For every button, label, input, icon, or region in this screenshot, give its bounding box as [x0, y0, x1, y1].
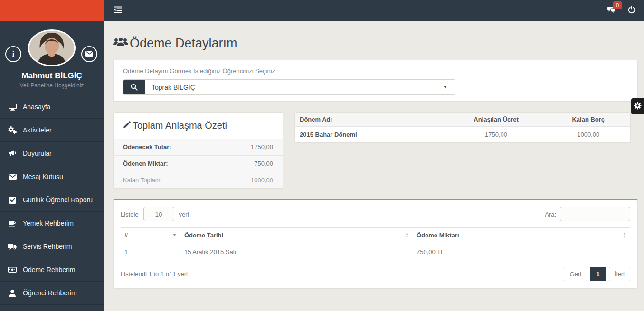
megaphone-icon — [7, 150, 18, 157]
payments-card: Listele veri Ara: # ▼ Ödeme — [113, 199, 638, 289]
messages-button[interactable]: 0 — [600, 0, 622, 21]
sidebar-item-label: Ödeme Rehberim — [23, 266, 76, 273]
sidebar-item-duyurular[interactable]: Duyurular — [0, 142, 104, 165]
page-length-label-after: veri — [179, 211, 189, 218]
sidebar-nav: Anasayfa — [0, 95, 104, 305]
pagination: Geri 1 İleri — [564, 267, 630, 281]
summary-label: Ödenecek Tutar: — [123, 143, 171, 151]
sidebar-item-aktiviteler[interactable]: Aktiviteler — [0, 119, 104, 142]
datatable-controls: Listele veri Ara: — [121, 207, 630, 221]
summary-row-kalan: Kalan Toplam: 1000,00 — [114, 172, 283, 188]
power-icon — [628, 6, 635, 16]
sidebar-item-yemek-rehberim[interactable]: Yemek Rehberim — [0, 212, 104, 235]
settings-tab-button[interactable] — [631, 98, 644, 114]
gears-icon — [7, 126, 18, 134]
payment-index-cell: 1 — [121, 243, 180, 261]
sidebar-item-mesaj-kutusu[interactable]: Mesaj Kutusu — [0, 165, 104, 188]
pagination-page-1-button[interactable]: 1 — [590, 267, 606, 281]
pagination-prev-button[interactable]: Geri — [564, 267, 587, 281]
payments-header-row: # ▼ Ödeme Tarihi ▲▼ Ödeme Miktarı — [121, 228, 630, 243]
chevron-down-icon: ▼ — [443, 85, 447, 89]
summary-value: 1750,00 — [251, 143, 273, 151]
topbar-actions: 0 — [600, 0, 641, 21]
app-window: 0 i — [0, 0, 644, 311]
profile-info-button[interactable]: i — [5, 46, 21, 62]
profile-message-button[interactable] — [81, 46, 97, 62]
period-col-donem-adi: Dönem Adı — [295, 113, 446, 127]
logo-block — [0, 0, 104, 21]
envelope-icon — [7, 174, 18, 180]
search-icon — [123, 80, 145, 94]
sidebar-item-label: Günlük Öğrenci Raporu — [23, 196, 93, 204]
summary-row-odenecek: Ödenecek Tutar: 1750,00 — [114, 139, 283, 155]
summary-label: Ödenen Miktar: — [123, 160, 168, 168]
period-table-card: Dönem Adı Anlaşılan Ücret Kalan Borç 201… — [294, 112, 631, 143]
student-select[interactable]: Toprak BİLGİÇ ▼ — [123, 79, 455, 95]
gear-icon — [634, 102, 642, 112]
table-info-text: Listelendi 1 to 1 of 1 veri — [121, 271, 188, 278]
agreement-summary-title: Toplam Anlaşma Özeti — [133, 120, 227, 131]
banknote-icon — [7, 267, 18, 273]
info-icon: i — [12, 50, 14, 58]
agreement-summary-card: Toplam Anlaşma Özeti Ödenecek Tutar: 175… — [113, 112, 283, 189]
users-group-icon — [113, 36, 130, 51]
sidebar-item-anasayfa[interactable]: Anasayfa — [0, 95, 104, 119]
student-select-label: Ödeme Detayını Görmek İstediğiniz Öğrenc… — [123, 67, 628, 75]
sidebar-item-servis-rehberim[interactable]: Servis Rehberim — [0, 235, 104, 258]
payment-date-cell: 15 Aralık 2015 Salı — [180, 243, 413, 261]
sidebar-item-label: Mesaj Kutusu — [23, 173, 63, 180]
check-square-icon — [7, 197, 18, 204]
period-table-header-row: Dönem Adı Anlaşılan Ücret Kalan Borç — [295, 113, 630, 127]
truck-icon — [7, 243, 18, 250]
payments-col-amount[interactable]: Ödeme Miktarı ▲▼ — [413, 228, 630, 243]
monitor-icon — [7, 104, 18, 111]
summary-row-odenen: Ödenen Miktar: 750,00 — [114, 155, 283, 172]
profile-subtitle: Veli Paneline Hoşgeldiniz — [0, 82, 104, 89]
student-select-value: Toprak BİLGİÇ — [145, 80, 455, 94]
page-length-input[interactable] — [143, 207, 174, 221]
sidebar-item-odeme-rehberim[interactable]: Ödeme Rehberim — [0, 258, 104, 282]
page-title: Ödeme Detaylarım — [113, 36, 638, 51]
sidebar-item-label: Öğrenci Rehberim — [23, 289, 77, 297]
avatar — [28, 29, 76, 66]
search-label: Ara: — [545, 211, 556, 218]
topbar: 0 — [0, 0, 644, 21]
pencil-icon — [123, 120, 133, 131]
sidebar-item-gunluk-ogrenci-raporu[interactable]: Günlük Öğrenci Raporu — [0, 188, 104, 212]
profile-name: Mahmut BİLGİÇ — [0, 71, 104, 81]
payments-col-num[interactable]: # ▼ — [121, 228, 180, 243]
sidebar-toggle-button[interactable] — [107, 0, 128, 21]
table-row: 1 15 Aralık 2015 Salı 750,00 TL — [121, 243, 630, 261]
sort-icon: ▲▼ — [405, 232, 409, 238]
summary-row: Toplam Anlaşma Özeti Ödenecek Tutar: 175… — [113, 112, 638, 189]
period-table: Dönem Adı Anlaşılan Ücret Kalan Borç 201… — [295, 113, 630, 142]
table-row: 2015 Bahar Dönemi 1750,00 1000,00 — [295, 127, 630, 143]
sidebar-item-label: Servis Rehberim — [23, 243, 72, 250]
payments-table: # ▼ Ödeme Tarihi ▲▼ Ödeme Miktarı — [121, 227, 630, 261]
remaining-debt-cell: 1000,00 — [546, 127, 630, 143]
sidebar-item-label: Duyurular — [23, 150, 52, 157]
sidebar: i Mahmut — [0, 21, 104, 311]
summary-label: Kalan Toplam: — [123, 176, 162, 185]
pagination-next-button[interactable]: İleri — [609, 267, 630, 281]
page-title-text: Ödeme Detaylarım — [130, 36, 237, 51]
search-wrap: Ara: — [545, 207, 630, 221]
table-search-input[interactable] — [560, 207, 630, 221]
sort-desc-icon: ▼ — [172, 233, 177, 237]
page-length-label-before: Listele — [121, 211, 139, 218]
summary-value: 1000,00 — [251, 176, 273, 185]
messages-count-badge: 0 — [613, 1, 622, 9]
logout-button[interactable] — [622, 0, 641, 21]
period-col-anlasilan-ucret: Anlaşılan Ücret — [446, 113, 547, 127]
user-icon — [7, 290, 18, 297]
sidebar-item-label: Yemek Rehberim — [23, 219, 74, 227]
payments-col-date[interactable]: Ödeme Tarihi ▲▼ — [180, 228, 413, 243]
sidebar-item-ogrenci-rehberim[interactable]: Öğrenci Rehberim — [0, 282, 104, 305]
summary-value: 750,00 — [254, 160, 273, 168]
datatable-footer: Listelendi 1 to 1 of 1 veri Geri 1 İleri — [121, 267, 630, 281]
sidebar-item-label: Anasayfa — [23, 103, 50, 111]
payment-amount-cell: 750,00 TL — [413, 243, 630, 261]
sort-icon: ▲▼ — [623, 232, 626, 238]
sidebar-item-label: Aktiviteler — [23, 126, 52, 134]
outdent-icon — [114, 6, 122, 15]
